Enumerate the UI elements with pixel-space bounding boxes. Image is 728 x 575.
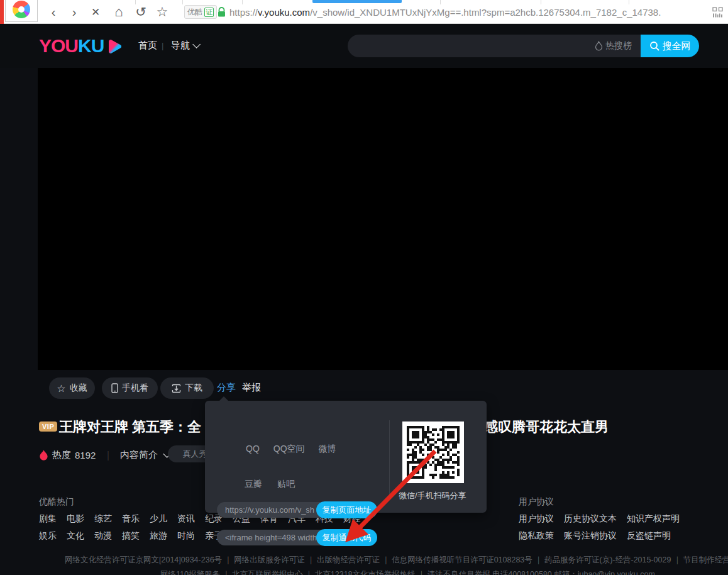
qr-code-grid [407,426,460,479]
browser-pinwheel-icon [13,1,30,18]
heat-label: 热度 [52,449,71,461]
heat-value: 8192 [75,450,96,461]
share-popup: QQQQ空间微博 豆瓣贴吧 微信/手机扫码分享 [205,401,487,513]
popup-divider [389,420,390,496]
share-options-row2: 豆瓣贴吧 [245,479,295,490]
footer-agreement-title: 用户协议 [519,496,554,508]
search-icon [649,41,659,51]
site-badge-label: 优酷 [187,7,202,18]
summary-toggle[interactable]: 内容简介 [120,449,158,461]
video-title-tail: 感叹腾哥花花太直男 [484,418,609,437]
footer-link[interactable]: 音乐 [122,513,140,525]
browser-edge-strip [0,0,4,24]
share-option[interactable]: 豆瓣 [245,479,262,490]
footer-link[interactable]: 综艺 [94,513,112,525]
copy-code-row: <iframe height=498 width 复制通用代码 [217,529,377,546]
hot-search-link[interactable]: 热搜榜 [595,40,641,52]
copy-url-row: https://v.youku.com/v_sh 复制页面地址 [217,501,377,518]
footer-hot-title: 优酷热门 [39,496,74,508]
footer-link[interactable]: 电影 [67,513,84,525]
footer-link[interactable]: 用户协议 [519,513,554,525]
browser-logo[interactable] [5,0,38,22]
nav-divider: | [162,41,163,50]
browser-toolbar: ‹ › ✕ ⌂ ↺ ☆ 优酷证 https://v.youku.com/v_sh… [0,0,728,24]
youku-play-icon [106,39,123,54]
download-icon [172,384,181,393]
nav-menu[interactable]: 导航 [171,40,198,52]
address-bar[interactable]: https://v.youku.com/v_show/id_XNDU1MTUxN… [229,7,661,18]
vip-badge: VIP [39,421,57,432]
qr-caption: 微信/手机扫码分享 [399,490,466,501]
footer-link[interactable]: 资讯 [177,513,195,525]
close-icon[interactable]: ✕ [87,0,104,24]
footer-link[interactable]: 少儿 [150,513,167,525]
share-option[interactable]: 贴吧 [277,479,295,490]
share-option[interactable]: QQ空间 [273,444,305,455]
youku-header: YOUKU 首页 | 导航 热搜榜 搜全网 [0,24,728,68]
heat-flame-icon [39,449,48,461]
download-button[interactable]: 下载 [160,377,214,399]
copy-page-url-button[interactable]: 复制页面地址 [316,501,377,518]
share-button[interactable]: 分享 [217,382,236,394]
meta-divider: ｜ [103,449,113,461]
share-option[interactable]: QQ [246,444,260,455]
report-button[interactable]: 举报 [242,382,261,394]
flame-outline-icon [595,41,603,51]
home-icon[interactable]: ⌂ [111,0,127,24]
chevron-down-icon [192,40,201,48]
cert-icon: 证 [204,8,214,17]
video-action-bar: ☆收藏 手机看 下载 分享 举报 [38,377,728,400]
nav-home[interactable]: 首页 [138,40,157,52]
site-verification-badge[interactable]: 优酷证 [184,5,217,19]
share-option[interactable]: 微博 [319,444,336,455]
footer-link[interactable]: 知识产权声明 [627,513,680,525]
video-player[interactable] [38,68,728,370]
footer-link[interactable]: 时尚 [177,530,195,542]
star-icon: ☆ [57,382,65,394]
footer-link[interactable]: 账号注销协议 [564,530,617,542]
footer-agreement-row1: 用户协议历史协议文本知识产权声明 [519,513,680,525]
video-title: 王牌对王牌 第五季：全 [59,418,201,437]
favorite-button[interactable]: ☆收藏 [49,377,95,399]
footer-link[interactable]: 历史协议文本 [564,513,617,525]
phone-icon [111,383,118,393]
legal-line-2: 网络110报警服务 ｜ 北京互联网举报中心 ｜ 北京12318文化市场举报热线 … [160,569,655,575]
share-options-row1: QQQQ空间微博 [246,444,336,455]
footer-link[interactable]: 反盗链声明 [627,530,671,542]
search-button[interactable]: 搜全网 [641,35,699,57]
legal-line-1: 网络文化经营许可证京网文[2014]0934-236号 ｜ 网络出版服务许可证 … [65,555,728,566]
forward-icon[interactable]: › [66,0,82,24]
footer-link[interactable]: 剧集 [39,513,57,525]
copy-embed-code-button[interactable]: 复制通用代码 [316,529,377,546]
qr-code [402,421,464,483]
footer-link[interactable]: 隐私政策 [519,530,554,542]
refresh-icon[interactable]: ↺ [133,0,149,24]
bookmark-star-icon[interactable]: ☆ [154,0,170,24]
youku-logo[interactable]: YOUKU [39,35,123,57]
lock-icon [218,7,226,18]
search-bar: 热搜榜 [348,35,641,57]
qr-scan-icon[interactable] [712,7,723,18]
footer-hot-row2: 娱乐文化动漫搞笑旅游时尚亲子 [39,530,223,542]
footer-link[interactable]: 搞笑 [122,530,140,542]
footer-link[interactable]: 旅游 [150,530,167,542]
footer-link[interactable]: 文化 [67,530,84,542]
footer-link[interactable]: 娱乐 [39,530,57,542]
page: ‹ › ✕ ⌂ ↺ ☆ 优酷证 https://v.youku.com/v_sh… [0,0,728,575]
back-icon[interactable]: ‹ [45,0,62,24]
search-input[interactable] [348,35,595,57]
watch-on-phone-button[interactable]: 手机看 [102,377,158,399]
video-meta-row: 热度 8192 ｜ 内容简介 [39,447,168,463]
footer-agreement-row2: 隐私政策账号注销协议反盗链声明 [519,530,671,542]
popup-notch [219,396,229,401]
footer-link[interactable]: 动漫 [94,530,112,542]
